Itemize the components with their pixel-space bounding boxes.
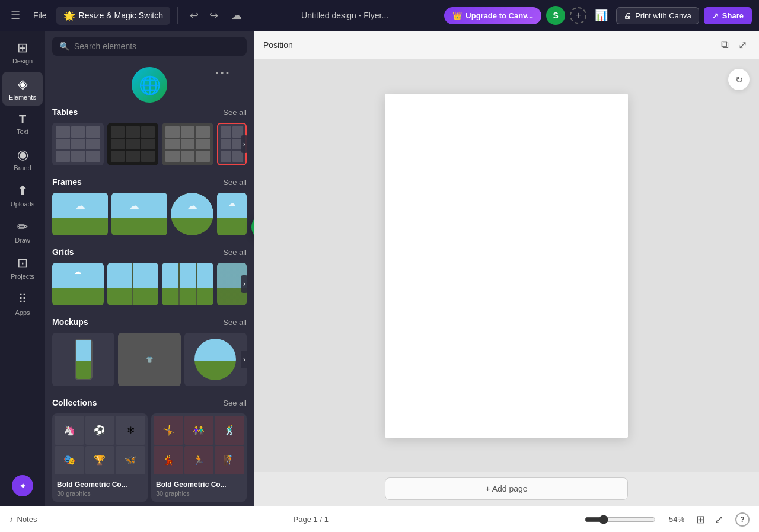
sidebar: ⊞ Design ◈ Elements T Text ◉ Brand ⬆ Upl… [0, 31, 45, 506]
sidebar-item-text[interactable]: T Text [2, 108, 43, 140]
sidebar-item-uploads[interactable]: ⬆ Uploads [2, 179, 43, 212]
analytics-icon[interactable]: 📊 [591, 5, 611, 26]
collection-name-1: Bold Geometric Co... [57, 480, 143, 489]
sidebar-item-draw[interactable]: ✏ Draw [2, 215, 43, 249]
sidebar-label-apps: Apps [15, 309, 30, 316]
panel-dots[interactable]: • • • [216, 68, 229, 78]
collection-info-2: Bold Geometric Co... 30 graphics [151, 477, 247, 502]
notes-button[interactable]: ♪ Notes [9, 515, 37, 524]
document-title[interactable]: Untitled design - Flyer... [250, 11, 439, 20]
frame-item-1[interactable]: ☁ [52, 193, 108, 235]
sidebar-bottom: ✦ [12, 470, 33, 501]
magic-switch-label: Resize & Magic Switch [79, 11, 163, 20]
print-button[interactable]: 🖨 Print with Canva [616, 7, 699, 24]
view-buttons: ⊞ ⤢ [694, 511, 726, 528]
collections-grid: 🦄 ⚽ ❄ 🎭 🏆 🦋 Bold Geometric Co... 30 grap… [52, 413, 247, 502]
table-item-1[interactable] [52, 123, 104, 165]
cloud-save-icon[interactable]: ☁ [228, 5, 245, 26]
grids-see-all[interactable]: See all [223, 248, 247, 257]
fullscreen-button[interactable]: ⤢ [712, 511, 726, 528]
sidebar-label-uploads: Uploads [11, 200, 34, 208]
copy-action-button[interactable]: ⧉ [719, 36, 731, 54]
grids-title: Grids [52, 247, 74, 257]
print-icon: 🖨 [624, 11, 632, 20]
zoom-level: 54% [661, 515, 684, 524]
mockups-grid: 👕 › [52, 333, 247, 386]
coll-img-9: 🕺 [215, 416, 244, 445]
share-label: Share [722, 11, 744, 20]
panel-controls: • • • [216, 68, 229, 78]
sidebar-label-elements: Elements [9, 94, 36, 101]
user-avatar[interactable]: S [546, 6, 565, 25]
frame-item-4[interactable]: ☁ [217, 193, 247, 235]
help-button[interactable]: ? [735, 512, 750, 527]
share-button[interactable]: ↗ Share [704, 7, 752, 24]
refresh-button[interactable]: ↻ [728, 69, 750, 90]
canvas-workspace[interactable]: ↻ [254, 59, 759, 472]
sidebar-item-design[interactable]: ⊞ Design [2, 36, 43, 69]
coll-img-7: 🤸 [154, 416, 183, 445]
menu-icon[interactable]: ☰ [7, 5, 24, 26]
mockup-item-shirt[interactable]: 👕 [118, 333, 180, 386]
collections-see-all[interactable]: See all [223, 399, 247, 407]
magic-switch-button[interactable]: 🌟 Resize & Magic Switch [56, 7, 170, 25]
grid-item-2col[interactable] [107, 263, 159, 305]
grids-section: Grids See all ☁ [52, 247, 247, 305]
top-circle-element[interactable]: 🌐 [132, 67, 167, 103]
crown-icon: 👑 [452, 11, 462, 20]
canvas-topbar: Position ⧉ ⤢ [254, 31, 759, 59]
main-area: ⊞ Design ◈ Elements T Text ◉ Brand ⬆ Upl… [0, 31, 759, 506]
mockup-item-phone[interactable] [52, 333, 114, 386]
search-input[interactable] [74, 42, 240, 51]
coll-img-6: 🦋 [116, 446, 145, 475]
upgrade-button[interactable]: 👑 Upgrade to Canv... [444, 7, 541, 24]
topbar: ☰ File 🌟 Resize & Magic Switch ↩ ↪ ☁ Unt… [0, 0, 759, 31]
redo-button[interactable]: ↪ [205, 5, 223, 26]
grid-item-3col[interactable] [162, 263, 213, 305]
sidebar-item-elements[interactable]: ◈ Elements [2, 72, 43, 106]
upgrade-label: Upgrade to Canv... [465, 11, 533, 20]
mockups-header: Mockups See all [52, 317, 247, 327]
table-item-2[interactable] [107, 123, 159, 165]
sidebar-label-draw: Draw [15, 237, 30, 244]
sidebar-label-text: Text [17, 128, 28, 135]
coll-img-10: 💃 [154, 446, 183, 475]
collections-header: Collections See all [52, 398, 247, 407]
design-icon: ⊞ [17, 40, 28, 56]
undo-button[interactable]: ↩ [185, 5, 203, 26]
tables-next-button[interactable]: › [241, 135, 248, 153]
grid-view-button[interactable]: ⊞ [694, 511, 707, 528]
search-input-wrap[interactable]: 🔍 [52, 37, 247, 56]
add-page-button[interactable]: + Add page [385, 477, 628, 500]
table-item-3[interactable] [162, 123, 213, 165]
collection-card-2[interactable]: 🤸 👫 🕺 💃 🏃 🧗 Bold Geometric Co... 30 grap… [151, 413, 247, 502]
sidebar-item-projects[interactable]: ⊡ Projects [2, 251, 43, 285]
brand-icon: ◉ [17, 147, 28, 163]
grid-item-1col[interactable]: ☁ [52, 263, 104, 305]
elements-panel: 🔍 🌐 • • • Tables See all [45, 31, 254, 506]
frame-item-2[interactable]: ☁ [111, 193, 167, 235]
collection-images-1: 🦄 ⚽ ❄ 🎭 🏆 🦋 [52, 413, 148, 477]
coll-img-11: 🏃 [184, 446, 214, 475]
sidebar-item-apps[interactable]: ⠿ Apps [2, 287, 43, 321]
frames-see-all[interactable]: See all [223, 178, 247, 187]
collection-count-2: 30 graphics [156, 490, 242, 497]
sidebar-item-brand[interactable]: ◉ Brand [2, 142, 43, 176]
collection-card-1[interactable]: 🦄 ⚽ ❄ 🎭 🏆 🦋 Bold Geometric Co... 30 grap… [52, 413, 148, 502]
canvas-page [385, 94, 628, 438]
search-bar: 🔍 [45, 31, 254, 62]
file-menu[interactable]: File [28, 8, 52, 23]
collection-images-2: 🤸 👫 🕺 💃 🏃 🧗 [151, 413, 247, 477]
add-account-button[interactable]: + [570, 7, 586, 24]
frame-item-3[interactable]: ☁ [171, 193, 213, 235]
ai-assistant-button[interactable]: ✦ [12, 475, 33, 496]
mockups-next-button[interactable]: › [241, 351, 248, 368]
tables-see-all[interactable]: See all [223, 108, 247, 117]
mockups-see-all[interactable]: See all [223, 318, 247, 327]
grids-next-button[interactable]: › [241, 275, 248, 293]
zoom-slider[interactable] [585, 515, 656, 524]
expand-action-button[interactable]: ⤢ [736, 36, 750, 54]
frames-header: Frames See all [52, 177, 247, 187]
tables-grid: › [52, 123, 247, 165]
mockup-item-sticker[interactable] [184, 333, 247, 386]
